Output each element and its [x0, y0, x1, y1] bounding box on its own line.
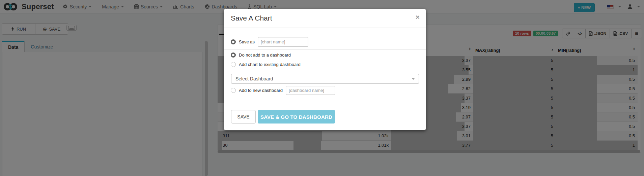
do-not-add-label: Do not add to a dashboard — [239, 52, 291, 58]
save-and-go-to-dashboard-button[interactable]: SAVE & GO TO DASHBOARD — [258, 110, 335, 124]
add-new-radio[interactable] — [231, 88, 236, 93]
do-not-add-radio[interactable] — [231, 52, 236, 58]
close-icon[interactable]: × — [416, 13, 420, 21]
dashboard-name-input[interactable] — [286, 86, 335, 95]
modal-footer-divider — [224, 103, 426, 103]
dashboard-option-row: Add chart to existing dashboard — [231, 62, 301, 67]
modal-header: Save A Chart × — [224, 9, 426, 28]
save-chart-modal: Save A Chart × Save as Do not add to a d… — [224, 9, 426, 130]
modal-divider — [224, 49, 426, 50]
superset-explore-page: Superset SecurityManageSourcesChartsDash… — [0, 0, 644, 176]
select-caret-down-icon — [412, 78, 415, 80]
add-existing-label: Add chart to existing dashboard — [239, 62, 301, 67]
add-new-label: Add to new dashboard — [239, 88, 283, 93]
add-existing-radio[interactable] — [231, 62, 236, 67]
save-as-row: Save as — [231, 37, 308, 47]
modal-save-button[interactable]: SAVE — [231, 110, 256, 124]
save-as-radio[interactable] — [231, 39, 236, 44]
select-dashboard-dropdown[interactable]: Select Dashboard — [231, 74, 419, 84]
modal-title: Save A Chart — [231, 14, 272, 22]
dashboard-option-row: Do not add to a dashboard — [231, 52, 291, 58]
dashboard-option-row: Add to new dashboard — [231, 86, 335, 95]
chart-name-input[interactable] — [258, 37, 308, 47]
save-as-label: Save as — [239, 39, 255, 44]
